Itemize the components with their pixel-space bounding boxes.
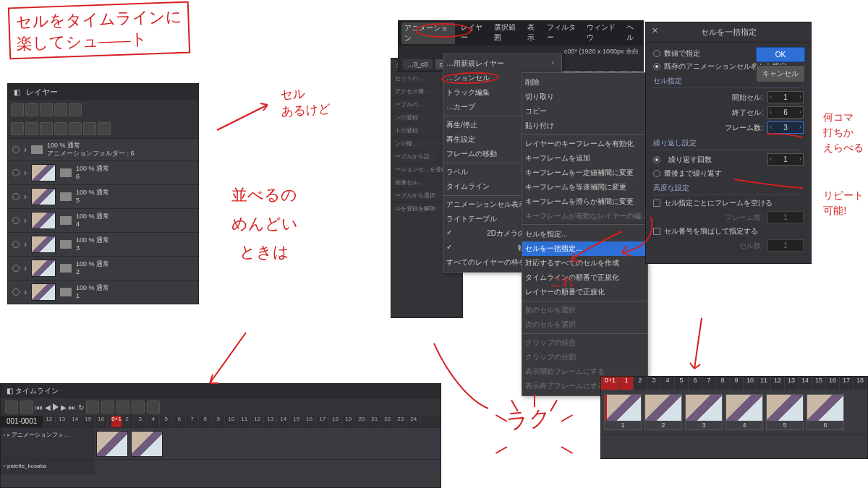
timeline-tool[interactable] xyxy=(5,401,18,414)
tool-button[interactable] xyxy=(54,103,67,116)
tool-button[interactable] xyxy=(25,103,38,116)
visibility-icon[interactable] xyxy=(12,241,20,248)
chevron-icon[interactable] xyxy=(24,263,27,273)
clip-thumb[interactable] xyxy=(96,431,128,457)
cel-clip[interactable]: 5 xyxy=(766,394,804,430)
menu-item[interactable]: セルを指定... xyxy=(522,227,647,241)
loop-icon[interactable]: ↻ xyxy=(78,403,84,411)
timeline-tool[interactable] xyxy=(101,401,114,414)
end-cel-field[interactable]: ‹6› xyxy=(767,106,804,119)
menu-item[interactable]: 貼り付け xyxy=(522,119,647,133)
repeat-count-radio[interactable] xyxy=(653,156,660,163)
frame-count-field[interactable]: ‹3› xyxy=(767,121,804,134)
visibility-icon[interactable] xyxy=(12,146,20,153)
playhead[interactable]: 0+1 xyxy=(601,377,620,390)
cel-clip[interactable]: 1 xyxy=(604,394,642,430)
menu-item[interactable]: レイヤーの順番で正規化 xyxy=(522,285,647,299)
menu-item[interactable]: タイムラインの順番で正規化 xyxy=(522,270,647,285)
timeline-tool[interactable] xyxy=(132,401,145,414)
timeline-tool[interactable] xyxy=(147,401,160,414)
ruler-tick: 7 xyxy=(702,377,716,390)
timeline2-ruler[interactable]: 0+1123456789101112131415161718 xyxy=(601,377,867,390)
skip-back-icon[interactable]: ⏮ xyxy=(35,403,43,411)
menu-item[interactable]: レイヤーのキーフレームを有効化 xyxy=(522,137,647,151)
menu-1[interactable]: レイヤー xyxy=(461,22,488,44)
menu-item[interactable]: キーフレームを等速補間に変更 xyxy=(522,180,647,194)
cel-submenu[interactable]: セルを指定...セルを一括指定...対応するすべてのセルを作成タイムラインの順番… xyxy=(522,224,648,396)
play-icon[interactable] xyxy=(53,403,59,411)
layer-item[interactable]: 100 % 通常5 xyxy=(8,184,198,208)
menu-6[interactable]: ヘル xyxy=(626,22,640,44)
repeat-count-field[interactable]: ‹1› xyxy=(767,153,804,166)
timeline-tool[interactable] xyxy=(116,401,129,414)
menu-3[interactable]: 表示 xyxy=(527,22,541,44)
layer-item[interactable]: 100 % 通常3 xyxy=(8,232,198,256)
chevron-icon[interactable] xyxy=(24,239,27,249)
close-icon[interactable]: ✕ xyxy=(652,26,658,35)
repeat-to-end-radio[interactable]: 最後まで繰り返す xyxy=(653,168,804,179)
chevron-icon[interactable] xyxy=(24,287,27,297)
animation-folder-header[interactable]: 100 % 通常 アニメーションフォルダー : 6 xyxy=(8,138,198,160)
menu-2[interactable]: 選択範囲 xyxy=(494,22,522,44)
playhead[interactable]: 0+1 xyxy=(111,416,122,427)
track-animation-folder[interactable]: ▪ ▸ アニメーションフォ… xyxy=(1,427,441,459)
tool-button[interactable] xyxy=(83,122,96,135)
visibility-icon[interactable] xyxy=(12,288,20,296)
visibility-icon[interactable] xyxy=(12,169,20,176)
cel-clip[interactable]: 4 xyxy=(726,394,763,430)
menu-item[interactable]: セルを一括指定... xyxy=(522,241,647,256)
tool-button[interactable] xyxy=(69,103,82,116)
tool-button[interactable] xyxy=(40,122,53,135)
adv-gap-checkbox[interactable]: セル指定ごとにフレームを空ける xyxy=(653,198,804,208)
cel-clip[interactable]: 3 xyxy=(685,394,723,430)
visibility-icon[interactable] xyxy=(12,193,20,200)
tool-button[interactable] xyxy=(69,122,82,135)
ruler-tick: 4 xyxy=(147,416,160,427)
chevron-icon[interactable] xyxy=(24,215,27,226)
menu-0[interactable]: アニメーション xyxy=(401,22,455,44)
timeline-ruler[interactable]: 0+1 121314151612345678910111213141516171… xyxy=(43,416,441,427)
menu-item[interactable]: キーフレームを追加 xyxy=(522,151,647,166)
clip-thumb[interactable] xyxy=(131,431,163,457)
track-edit-submenu[interactable]: 削除切り取りコピー貼り付けレイヤーのキーフレームを有効化キーフレームを追加キーフ… xyxy=(522,72,648,226)
layer-item[interactable]: 100 % 通常4 xyxy=(8,208,198,232)
tool-button[interactable] xyxy=(11,103,24,116)
menu-item[interactable]: …用新規レイヤー xyxy=(443,56,561,71)
cancel-button[interactable]: キャンセル xyxy=(756,65,805,82)
doc-tab[interactable]: …0_c0 xyxy=(403,59,433,69)
layer-item[interactable]: 100 % 通常1 xyxy=(8,280,198,304)
menu-item[interactable]: キーフレームを一定値補間に変更 xyxy=(522,166,647,180)
tool-button[interactable] xyxy=(98,122,111,135)
prev-icon[interactable]: ◀ xyxy=(45,403,51,411)
timeline-tool[interactable] xyxy=(86,401,99,414)
cel-clip[interactable]: 2 xyxy=(644,394,682,430)
timeline-tool[interactable] xyxy=(20,401,33,414)
menu-item[interactable]: コピー xyxy=(522,104,647,119)
layer-item[interactable]: 100 % 通常6 xyxy=(8,160,198,184)
visibility-icon[interactable] xyxy=(12,265,20,272)
layer-item[interactable]: 100 % 通常2 xyxy=(8,256,198,280)
adv-gap-field: 1 xyxy=(767,211,804,223)
chevron-down-icon[interactable] xyxy=(24,145,27,155)
menu-4[interactable]: フィルター xyxy=(547,22,581,44)
menu-5[interactable]: ウィンドウ xyxy=(587,22,621,44)
chevron-icon[interactable] xyxy=(24,192,27,202)
menu-item[interactable]: 対応するすべてのセルを作成 xyxy=(522,256,647,270)
tool-button[interactable] xyxy=(54,122,67,135)
layer-mode: 100 % 通常 xyxy=(76,236,109,244)
chevron-icon[interactable] xyxy=(24,168,27,178)
skip-fwd-icon[interactable]: ⏭ xyxy=(69,403,76,411)
ok-button[interactable]: OK xyxy=(756,47,805,62)
menu-item[interactable]: 削除 xyxy=(522,75,647,90)
menu-item[interactable]: キーフレームを滑らか補間に変更 xyxy=(522,194,647,209)
tool-button[interactable] xyxy=(40,103,53,116)
track-palette[interactable]: ▪ palette_kosaka xyxy=(1,459,441,475)
menu-item[interactable]: 切り取り xyxy=(522,90,647,104)
cel-clip[interactable]: 6 xyxy=(807,394,844,430)
start-cel-field[interactable]: ‹1› xyxy=(767,91,804,103)
tool-button[interactable] xyxy=(25,122,38,135)
adv-skip-checkbox[interactable]: セル番号を飛ばして指定する xyxy=(653,226,804,236)
visibility-icon[interactable] xyxy=(12,217,20,224)
next-icon[interactable]: ▶ xyxy=(61,403,67,411)
tool-button[interactable] xyxy=(11,122,24,135)
